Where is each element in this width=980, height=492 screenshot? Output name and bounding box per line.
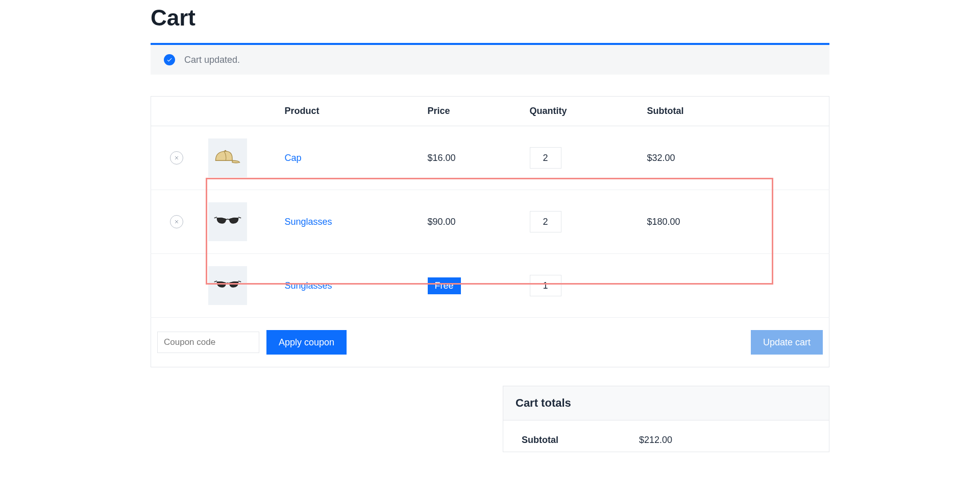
cart-table: Product Price Quantity Subtotal: [151, 96, 829, 367]
apply-coupon-button[interactable]: Apply coupon: [266, 330, 347, 355]
cart-totals-heading: Cart totals: [503, 386, 829, 420]
product-thumbnail[interactable]: [208, 138, 247, 177]
product-link[interactable]: Sunglasses: [285, 280, 332, 291]
page-title: Cart: [151, 5, 829, 31]
col-thumb-header: [202, 97, 279, 126]
remove-item-button[interactable]: [170, 215, 183, 228]
svg-point-0: [224, 150, 226, 151]
totals-subtotal-value: $212.00: [639, 435, 672, 446]
totals-subtotal-label: Subtotal: [522, 435, 639, 446]
item-price: $16.00: [422, 126, 524, 190]
remove-item-button[interactable]: [170, 151, 183, 165]
cart-row: Cap $16.00 $32.00: [151, 126, 829, 190]
product-thumbnail[interactable]: [208, 266, 247, 305]
notice-text: Cart updated.: [184, 55, 240, 65]
sunglasses-icon: [213, 215, 242, 229]
col-subtotal-header: Subtotal: [641, 97, 829, 126]
item-price: $90.00: [422, 190, 524, 254]
check-circle-icon: [164, 54, 175, 65]
coupon-code-input[interactable]: [157, 332, 259, 353]
free-badge: Free: [428, 277, 461, 294]
col-price-header: Price: [422, 97, 524, 126]
product-thumbnail[interactable]: [208, 202, 247, 241]
col-remove-header: [151, 97, 202, 126]
product-link[interactable]: Cap: [285, 153, 302, 163]
item-subtotal: [641, 254, 829, 318]
quantity-input[interactable]: [530, 211, 561, 232]
quantity-input[interactable]: [530, 147, 561, 169]
cart-updated-notice: Cart updated.: [151, 43, 829, 75]
cap-icon: [213, 147, 242, 170]
item-subtotal: $180.00: [641, 190, 829, 254]
cart-totals-card: Cart totals Subtotal $212.00: [503, 386, 829, 452]
quantity-input[interactable]: [530, 275, 561, 296]
cart-row: Sunglasses Free: [151, 254, 829, 318]
product-link[interactable]: Sunglasses: [285, 217, 332, 227]
col-product-header: Product: [279, 97, 422, 126]
cart-actions-row: Apply coupon Update cart: [151, 318, 829, 367]
cart-row: Sunglasses $90.00 $180.00: [151, 190, 829, 254]
sunglasses-icon: [213, 278, 242, 293]
item-subtotal: $32.00: [641, 126, 829, 190]
col-qty-header: Quantity: [524, 97, 641, 126]
update-cart-button[interactable]: Update cart: [751, 330, 823, 355]
